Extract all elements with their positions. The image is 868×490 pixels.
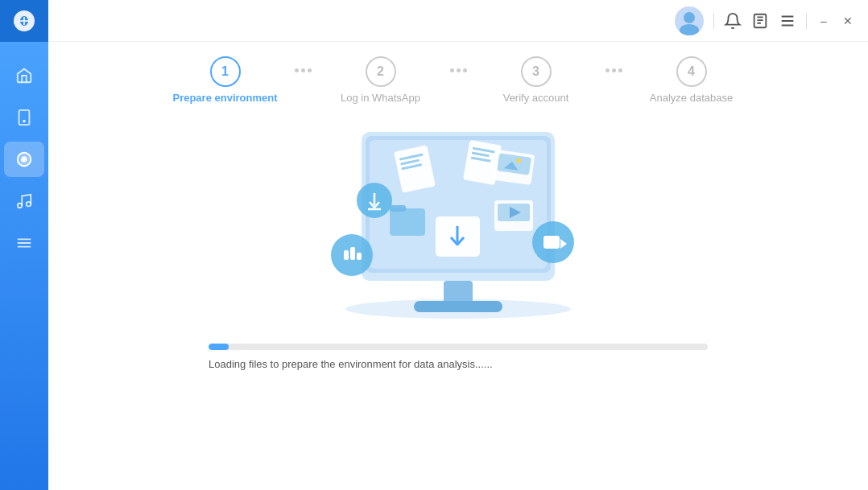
svg-rect-36 xyxy=(344,250,349,260)
progress-bar-background xyxy=(209,344,708,350)
step-1-circle: 1 xyxy=(210,56,241,87)
sidebar-item-music[interactable] xyxy=(4,183,44,219)
notes-icon xyxy=(751,12,769,30)
svg-rect-15 xyxy=(414,301,502,312)
sidebar-item-device[interactable] xyxy=(4,100,44,135)
dot xyxy=(295,68,299,72)
music-icon xyxy=(15,192,33,210)
svg-point-5 xyxy=(18,204,23,208)
progress-section: Loading files to prepare the environment… xyxy=(209,344,708,370)
sidebar-nav xyxy=(0,42,48,261)
step-1-label: Prepare environment xyxy=(172,92,277,104)
steps-bar: 1 Prepare environment 2 Log in WhatsApp … xyxy=(48,42,868,112)
dots-3-4 xyxy=(606,68,622,72)
dots-2-3 xyxy=(450,68,467,72)
home-icon xyxy=(15,67,33,84)
bell-button[interactable] xyxy=(724,12,742,30)
notes-button[interactable] xyxy=(751,12,769,30)
svg-point-6 xyxy=(27,202,31,206)
titlebar: – ✕ xyxy=(48,0,868,42)
svg-point-8 xyxy=(680,24,699,35)
dot xyxy=(457,68,461,72)
sidebar-item-home[interactable] xyxy=(4,58,44,93)
step-1: 1 Prepare environment xyxy=(161,56,290,104)
close-button[interactable]: ✕ xyxy=(841,14,855,28)
svg-rect-38 xyxy=(357,253,362,260)
files-icon xyxy=(15,234,33,252)
dot xyxy=(463,68,467,72)
sidebar-item-files[interactable] xyxy=(4,225,44,261)
svg-point-2 xyxy=(23,121,25,122)
sidebar xyxy=(0,0,48,490)
dot xyxy=(450,68,454,72)
titlebar-divider xyxy=(713,13,714,29)
user-avatar-icon xyxy=(675,6,704,35)
illustration-svg xyxy=(257,120,659,325)
step-3-label: Verify account xyxy=(503,92,569,104)
menu-icon xyxy=(779,12,796,30)
dot xyxy=(618,68,622,72)
user-avatar[interactable] xyxy=(675,6,704,35)
dot xyxy=(308,68,312,72)
minimize-button[interactable]: – xyxy=(816,14,831,28)
step-4-label: Analyze database xyxy=(650,92,733,104)
illustration xyxy=(257,120,659,329)
menu-button[interactable] xyxy=(779,12,796,30)
brand-icon xyxy=(13,10,35,32)
content-area: Loading files to prepare the environment… xyxy=(48,112,868,490)
dot xyxy=(606,68,610,72)
svg-rect-37 xyxy=(350,247,355,260)
step-4-circle: 4 xyxy=(676,56,707,87)
svg-rect-32 xyxy=(390,205,406,212)
svg-point-7 xyxy=(684,12,695,23)
svg-rect-43 xyxy=(544,236,560,249)
svg-rect-31 xyxy=(390,208,425,236)
sidebar-logo xyxy=(0,0,48,42)
dot xyxy=(301,68,305,72)
progress-bar-fill xyxy=(209,344,229,350)
dot xyxy=(612,68,616,72)
step-2-circle: 2 xyxy=(366,56,396,87)
svg-rect-1 xyxy=(19,110,30,125)
step-2-label: Log in WhatsApp xyxy=(341,92,420,104)
device-icon xyxy=(15,109,33,126)
step-2: 2 Log in WhatsApp xyxy=(316,56,445,104)
progress-text: Loading files to prepare the environment… xyxy=(209,358,708,370)
titlebar-divider2 xyxy=(806,13,807,29)
sidebar-item-whatsapp[interactable] xyxy=(4,142,44,177)
whatsapp-icon xyxy=(15,150,33,168)
bell-icon xyxy=(724,12,742,30)
step-3-circle: 3 xyxy=(521,56,552,87)
step-4: 4 Analyze database xyxy=(627,56,756,104)
main-content: – ✕ 1 Prepare environment 2 Log in Whats… xyxy=(48,0,868,490)
step-3: 3 Verify account xyxy=(472,56,601,104)
dots-1-2 xyxy=(295,68,312,72)
